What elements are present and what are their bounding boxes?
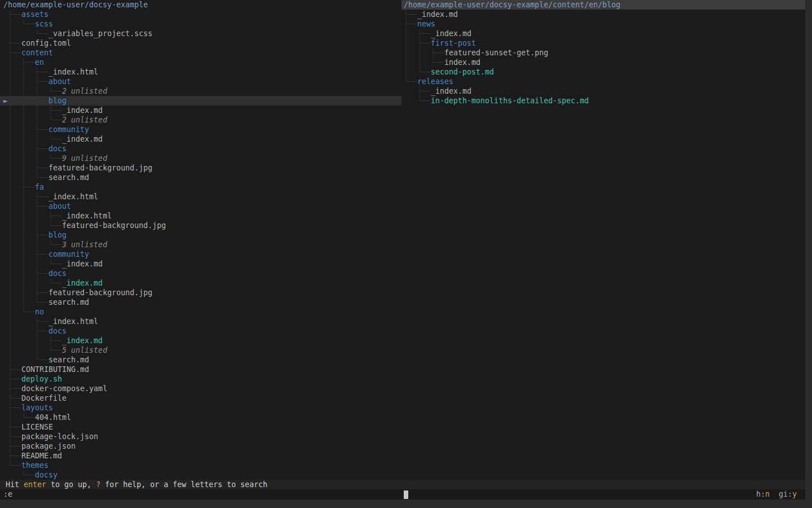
tree-branch-lines: │ │ │ └── xyxy=(3,240,62,249)
flag-value: y xyxy=(792,490,797,498)
node-label: _index.md xyxy=(62,106,103,115)
tree-branch-lines: │ │ │ └── xyxy=(3,87,62,95)
tree-row-file[interactable]: │ │ ├──featured-background.jpg xyxy=(0,288,401,297)
tree-row-file[interactable]: ├──_index.md xyxy=(401,86,805,96)
selection-arrow-icon: ► xyxy=(3,97,8,105)
tree-row-dir[interactable]: ├──news xyxy=(401,19,805,29)
tree-branch-lines: ├── xyxy=(3,452,21,460)
node-label: _index.html xyxy=(48,192,98,201)
node-label: fa xyxy=(35,183,44,191)
tree-row-file[interactable]: │ │ ├──_index.html xyxy=(0,192,401,202)
tree-row-dir[interactable]: │ └──no xyxy=(0,307,401,317)
tree-branch-lines: │ ├── xyxy=(404,39,431,47)
tree-row-file[interactable]: │ │ │ ├──_index.html xyxy=(0,211,401,221)
tree-row-file[interactable]: ├──CONTRIBUTING.md xyxy=(0,365,401,374)
node-label: featured-background.jpg xyxy=(48,288,152,297)
tree-row-dir[interactable]: ├──content xyxy=(0,48,401,58)
tree-row-file[interactable]: └──in-depth-monoliths-detailed-spec.md xyxy=(401,96,805,106)
tree-row-dir[interactable]: └──releases xyxy=(401,77,805,86)
node-label: en xyxy=(35,58,44,67)
tree-row-file[interactable]: │ │ │ ├──_index.md xyxy=(0,106,401,115)
tree-branch-lines: │ │ ├── xyxy=(8,97,48,105)
tree-row-dir[interactable]: │ │ ├──docs xyxy=(0,269,401,278)
tree-row-file[interactable]: │ └──search.md xyxy=(0,355,401,365)
tree-row-dir[interactable]: └──docsy xyxy=(0,470,401,480)
tree-row-dir[interactable]: │ │ ├──about xyxy=(0,202,401,211)
tree-row-dir[interactable]: │ │ ├──about xyxy=(0,77,401,86)
command-input-left[interactable]: :e xyxy=(0,489,401,500)
text-cursor xyxy=(404,491,408,499)
tree-branch-lines: ├── xyxy=(3,432,21,441)
node-label: _index.html xyxy=(48,317,98,326)
tree-row-dir[interactable]: │ └──scss xyxy=(0,19,401,29)
tree-branch-lines: │ │ ├── xyxy=(3,192,48,201)
tree-branch-lines: │ │ └── xyxy=(404,58,444,67)
tree-row-dir[interactable]: │ ├──first-post xyxy=(401,38,805,48)
tree-row-file[interactable]: ├──LICENSE xyxy=(0,422,401,432)
node-label: search.md xyxy=(48,298,89,306)
tree-row-file[interactable]: │ │ └──search.md xyxy=(0,297,401,307)
tree-row-file[interactable]: │ └──second-post.md xyxy=(401,67,805,77)
tree-row-dir[interactable]: │ │ ├──blog xyxy=(0,230,401,240)
node-label: package-lock.json xyxy=(21,432,98,441)
tree-row-file[interactable]: ├──deploy.sh xyxy=(0,374,401,384)
node-label: _variables_project.scss xyxy=(48,29,152,38)
tree-row-file[interactable]: ├──package.json xyxy=(0,441,401,451)
status-text: for help, or a few letters to search xyxy=(100,480,267,489)
tree-row-dir[interactable]: ├──layouts xyxy=(0,403,401,413)
tree-branch-lines: │ │ │ ├── xyxy=(3,106,62,115)
tree-row-file[interactable]: ├──_index.md xyxy=(401,10,805,19)
node-label: config.toml xyxy=(21,39,71,47)
tree-branch-lines: │ │ ├── xyxy=(3,202,48,211)
tree-row-dir[interactable]: │ │ ├──community xyxy=(0,249,401,259)
tree-row-dir[interactable]: ►│ │ ├──blog xyxy=(0,96,401,106)
tree-row-file: │ │ │ └──2 unlisted xyxy=(0,115,401,125)
tree-row-file[interactable]: │ │ └──search.md xyxy=(0,173,401,182)
tree-row-dir[interactable]: │ ├──en xyxy=(0,58,401,67)
tree-branch-lines: ├── xyxy=(404,87,431,95)
tree-row-dir[interactable]: └──themes xyxy=(0,461,401,470)
tree-row-file[interactable]: │ │ ├──featured-background.jpg xyxy=(0,163,401,173)
tree-row-dir[interactable]: ├──assets xyxy=(0,10,401,19)
tree-row-file[interactable]: │ │ │ └──_index.md xyxy=(0,259,401,269)
tree-row-file[interactable]: ├──docker-compose.yaml xyxy=(0,384,401,393)
node-label: _index.md xyxy=(417,10,458,19)
broot-terminal: /home/example-user/docsy-example ├──asse… xyxy=(0,0,812,508)
tree-row-file[interactable]: │ ├──_index.md xyxy=(401,29,805,38)
tree-row-file[interactable]: ├──package-lock.json xyxy=(0,432,401,441)
node-label: 404.html xyxy=(35,413,71,422)
tree-row-file[interactable]: │ │ │ └──_index.md xyxy=(0,134,401,144)
tree-row-file[interactable]: │ │ │ └──featured-background.jpg xyxy=(0,221,401,230)
status-bar: Hit enter to go up, ? for help, or a few… xyxy=(0,480,805,489)
tree-branch-lines: │ │ │ └── xyxy=(3,135,62,143)
tree-row-dir[interactable]: │ ├──fa xyxy=(0,182,401,192)
tree-row-file[interactable]: │ │ └──index.md xyxy=(401,58,805,67)
panel-right-tree: ├──_index.md├──news│ ├──_index.md│ ├──fi… xyxy=(401,10,805,106)
tree-row-file[interactable]: │ │ ├──featured-sunset-get.png xyxy=(401,48,805,58)
window-margin-right xyxy=(805,0,812,508)
tree-row-file[interactable]: │ │ │ └──_index.md xyxy=(0,278,401,288)
tree-row-file[interactable]: ├──Dockerfile xyxy=(0,393,401,403)
tree-row-dir[interactable]: │ ├──docs xyxy=(0,326,401,336)
node-label: _index.html xyxy=(62,212,112,220)
node-label: blog xyxy=(48,231,67,239)
node-label: first-post xyxy=(431,39,476,47)
tree-row-file[interactable]: │ └──_variables_project.scss xyxy=(0,29,401,38)
tree-row-file[interactable]: │ │ ├──_index.md xyxy=(0,336,401,345)
tree-row-file[interactable]: │ └──404.html xyxy=(0,413,401,422)
node-label: releases xyxy=(417,77,453,86)
tree-branch-lines: │ ├── xyxy=(3,183,35,191)
tree-row-file[interactable]: │ ├──_index.html xyxy=(0,317,401,326)
node-label: _index.md xyxy=(62,336,103,345)
tree-branch-lines: ├── xyxy=(3,384,21,393)
tree-row-dir[interactable]: │ │ ├──community xyxy=(0,125,401,134)
tree-branch-lines: ├── xyxy=(3,394,21,402)
tree-row-dir[interactable]: │ │ ├──docs xyxy=(0,144,401,154)
node-label: docs xyxy=(48,144,67,153)
tree-row-file[interactable]: │ │ ├──_index.html xyxy=(0,67,401,77)
node-label: no xyxy=(35,308,44,316)
tree-row-file[interactable]: ├──README.md xyxy=(0,451,401,461)
tree-row-file[interactable]: ├──config.toml xyxy=(0,38,401,48)
command-input-right[interactable]: h:n gi:y xyxy=(401,489,805,500)
node-label: _index.md xyxy=(62,135,103,143)
